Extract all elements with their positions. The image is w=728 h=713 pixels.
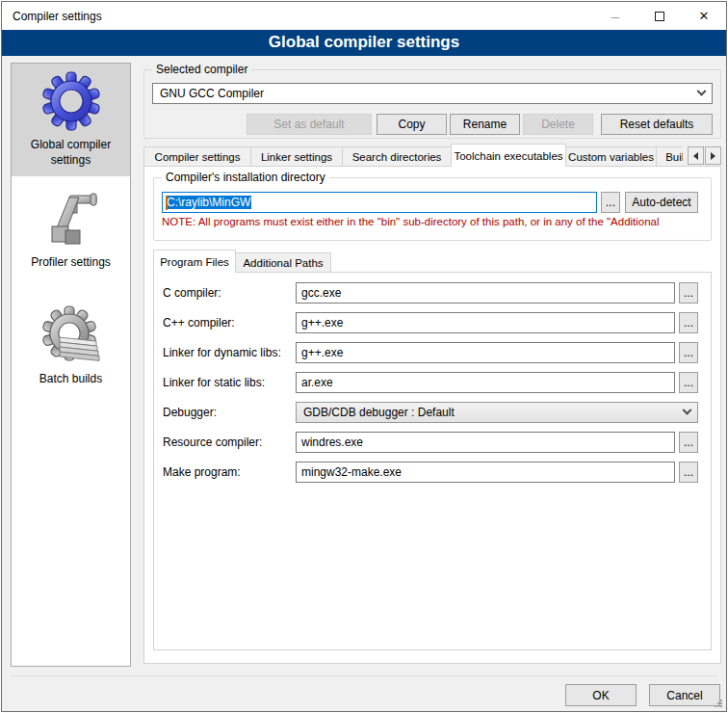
rename-button[interactable]: Rename — [450, 114, 520, 135]
gear-gray-icon — [40, 304, 102, 366]
resource-compiler-row: Resource compiler: ... — [163, 432, 698, 453]
caliper-icon — [40, 188, 102, 250]
c-compiler-input[interactable] — [296, 282, 675, 304]
gear-blue-icon — [40, 70, 102, 132]
set-as-default-button: Set as default — [247, 114, 372, 135]
tab-scroll-left-icon[interactable] — [688, 146, 704, 165]
close-icon[interactable]: ✕ — [682, 2, 726, 30]
debugger-select[interactable]: GDB/CDB debugger : Default — [296, 402, 698, 423]
maximize-icon[interactable] — [637, 2, 682, 30]
chevron-down-icon — [683, 405, 692, 414]
delete-button: Delete — [523, 114, 593, 135]
compiler-settings-dialog: Compiler settings – ✕ Global compiler se… — [1, 1, 727, 712]
toolchain-executables-page: Compiler's installation directory C:\ray… — [143, 166, 721, 664]
field-label: Resource compiler: — [163, 436, 296, 449]
cpp-compiler-browse-button[interactable]: ... — [679, 312, 698, 333]
tab-scroll-right-icon[interactable] — [705, 146, 721, 165]
cpp-compiler-input[interactable] — [296, 312, 675, 333]
compiler-select-value: GNU GCC Compiler — [160, 87, 264, 100]
debugger-row: Debugger: GDB/CDB debugger : Default — [163, 402, 698, 423]
tab-custom-variables[interactable]: Custom variables — [565, 146, 657, 167]
static-linker-input[interactable] — [296, 372, 675, 393]
installation-directory-input[interactable]: C:\raylib\MinGW — [162, 192, 597, 213]
dynamic-linker-browse-button[interactable]: ... — [679, 342, 698, 363]
resource-compiler-browse-button[interactable]: ... — [679, 432, 698, 453]
bin-subdirectory-note: NOTE: All programs must exist either in … — [162, 216, 703, 227]
field-label: Debugger: — [163, 406, 296, 419]
compiler-buttons: Set as default Copy Rename Delete Reset … — [152, 114, 713, 135]
tab-linker-settings[interactable]: Linker settings — [250, 146, 343, 167]
static-linker-row: Linker for static libs: ... — [163, 372, 698, 393]
tab-search-directories[interactable]: Search directories — [342, 146, 452, 167]
make-program-input[interactable] — [296, 462, 675, 483]
installation-directory-group: Compiler's installation directory C:\ray… — [153, 177, 712, 241]
tab-program-files[interactable]: Program Files — [153, 250, 236, 273]
files-tabstrip: Program Files Additional Paths — [153, 250, 720, 273]
tab-build-options[interactable]: Build — [656, 146, 683, 167]
dynamic-linker-input[interactable] — [296, 342, 675, 363]
tab-additional-paths[interactable]: Additional Paths — [235, 252, 331, 273]
cancel-button[interactable]: Cancel — [649, 684, 720, 706]
tab-compiler-settings[interactable]: Compiler settings — [143, 146, 251, 167]
minimize-icon: – — [593, 2, 637, 30]
field-label: Linker for dynamic libs: — [163, 346, 296, 359]
tab-toolchain-executables[interactable]: Toolchain executables — [451, 144, 566, 167]
installation-directory-row: C:\raylib\MinGW ... Auto-detect — [162, 192, 703, 213]
chevron-down-icon — [697, 86, 707, 95]
browse-directory-button[interactable]: ... — [601, 192, 620, 213]
field-label: Linker for static libs: — [163, 376, 296, 389]
make-program-row: Make program: ... — [163, 462, 698, 483]
sidebar-item-global-compiler-settings[interactable]: Global compiler settings — [12, 64, 130, 176]
settings-category-list: Global compiler settings Profile — [11, 63, 131, 667]
field-label: C++ compiler: — [163, 316, 296, 330]
static-linker-browse-button[interactable]: ... — [679, 372, 698, 393]
window-title: Compiler settings — [2, 10, 102, 23]
resize-grip[interactable] — [713, 698, 723, 708]
field-label: Make program: — [163, 465, 296, 479]
field-label: C compiler: — [163, 286, 296, 300]
auto-detect-button[interactable]: Auto-detect — [625, 192, 698, 213]
tab-scroll-buttons — [687, 146, 721, 165]
titlebar: Compiler settings – ✕ — [2, 2, 726, 30]
debugger-select-value: GDB/CDB debugger : Default — [303, 406, 455, 419]
text-cursor — [166, 196, 168, 210]
make-program-browse-button[interactable]: ... — [679, 462, 698, 483]
cpp-compiler-row: C++ compiler: ... — [163, 312, 698, 333]
sidebar-item-label: Profiler settings — [31, 254, 111, 270]
maximize-glyph — [655, 12, 664, 21]
resource-compiler-input[interactable] — [296, 432, 675, 453]
selected-compiler-group: Selected compiler GNU GCC Compiler Set a… — [143, 69, 721, 139]
group-label: Compiler's installation directory — [162, 171, 329, 184]
settings-tabstrip: Compiler settings Linker settings Search… — [143, 144, 721, 167]
sidebar-item-label: Batch builds — [39, 371, 102, 386]
header-banner: Global compiler settings — [2, 30, 726, 56]
group-label: Selected compiler — [152, 63, 251, 76]
sidebar-item-batch-builds[interactable]: Batch builds — [12, 298, 130, 395]
window-controls: – ✕ — [593, 2, 726, 30]
dynamic-linker-row: Linker for dynamic libs: ... — [163, 342, 698, 363]
reset-defaults-button[interactable]: Reset defaults — [601, 114, 713, 135]
copy-button[interactable]: Copy — [377, 114, 447, 135]
program-files-panel: C compiler: ... C++ compiler: ... Linker… — [153, 272, 712, 650]
sidebar-item-label: Global compiler settings — [14, 137, 127, 168]
c-compiler-row: C compiler: ... — [163, 282, 698, 304]
left-arrow-glyph — [693, 152, 698, 160]
footer-separator — [11, 675, 717, 676]
ok-button[interactable]: OK — [565, 684, 637, 706]
compiler-select[interactable]: GNU GCC Compiler — [152, 83, 713, 104]
c-compiler-browse-button[interactable]: ... — [679, 282, 698, 304]
sidebar-item-profiler-settings[interactable]: Profiler settings — [12, 181, 130, 278]
right-arrow-glyph — [711, 152, 715, 160]
tabs-viewport: Compiler settings Linker settings Search… — [143, 144, 683, 167]
main-content: Selected compiler GNU GCC Compiler Set a… — [143, 63, 721, 664]
selected-path-text: C:\raylib\MinGW — [166, 196, 251, 209]
